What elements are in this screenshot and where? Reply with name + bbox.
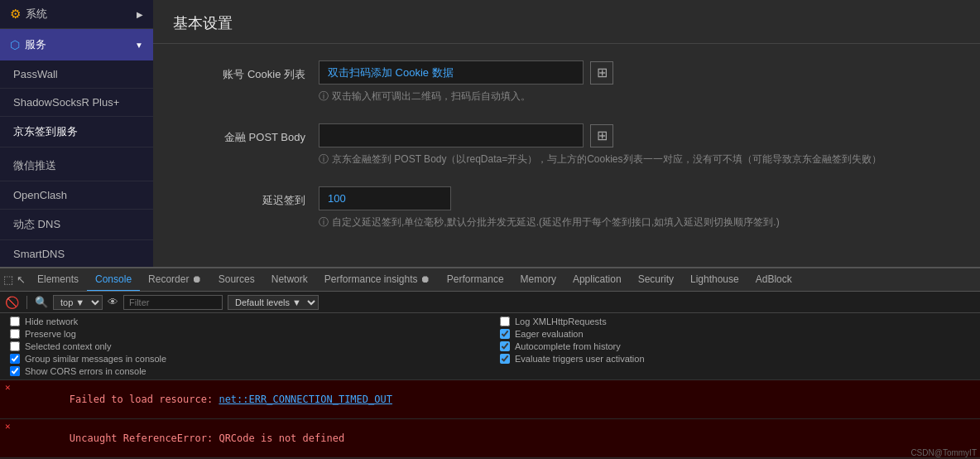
tab-memory[interactable]: Memory xyxy=(512,268,564,292)
group-similar-checkbox[interactable] xyxy=(10,354,20,364)
autocomplete-checkbox[interactable] xyxy=(500,341,510,351)
option-group-similar[interactable]: Group similar messages in console xyxy=(10,354,480,364)
sidebar-service-section[interactable]: ⬡ 服务 ▼ xyxy=(0,29,153,60)
finance-input-group: ⊞ xyxy=(319,123,947,147)
show-cors-checkbox[interactable] xyxy=(10,366,20,376)
cookie-hint: ⓘ 双击输入框可调出二维码，扫码后自动填入。 xyxy=(319,89,947,104)
page-title: 基本设置 xyxy=(153,0,980,44)
chevron-down-icon: ▼ xyxy=(135,41,143,50)
system-label: 系统 xyxy=(26,7,47,22)
sidebar-item-openclash[interactable]: OpenClash xyxy=(0,181,153,210)
form-area: 账号 Cookie 列表 ⊞ ⓘ 双击输入框可调出二维码，扫码后自动填入。 xyxy=(153,44,980,266)
chevron-right-icon: ▶ xyxy=(137,10,143,19)
tab-lighthouse[interactable]: Lighthouse xyxy=(682,268,747,292)
filter-icon[interactable]: 🔍 xyxy=(35,296,48,308)
tab-console[interactable]: Console xyxy=(87,268,140,292)
level-select[interactable]: Default levels ▼ xyxy=(228,295,319,310)
hide-network-checkbox[interactable] xyxy=(10,316,20,326)
eye-icon[interactable]: 👁 xyxy=(108,296,118,308)
devtools-toolbar: 🚫 🔍 top ▼ 👁 Default levels ▼ xyxy=(0,292,980,313)
delay-row: 延迟签到 ⓘ 自定义延迟签到,单位毫秒,默认分批并发无延迟.(延迟作用于每个签到… xyxy=(186,186,947,230)
finance-row: 金融 POST Body ⊞ ⓘ 京东金融签到 POST Body（以reqDa… xyxy=(186,123,947,167)
sidebar-item-smartdns[interactable]: SmartDNS xyxy=(0,240,153,267)
options-left: Hide network Preserve log Selected conte… xyxy=(0,313,490,379)
sidebar: ⚙ 系统 ▶ ⬡ 服务 ▼ PassWall ShadowSocksR Plus… xyxy=(0,0,153,267)
filter-input[interactable] xyxy=(123,295,223,310)
console-text-1: Failed to load resource: net::ERR_CONNEC… xyxy=(22,382,975,417)
console-line-1: ✕ Failed to load resource: net::ERR_CONN… xyxy=(0,380,980,419)
finance-label: 金融 POST Body xyxy=(186,123,319,145)
option-log-xml[interactable]: Log XMLHttpRequests xyxy=(500,316,970,326)
tab-network[interactable]: Network xyxy=(263,268,316,292)
devtools-panel: ⬚ ↖ Elements Console Recorder ⏺ Sources … xyxy=(0,267,980,459)
qr-icon2: ⊞ xyxy=(597,128,608,143)
error-icon-2: ✕ xyxy=(5,421,17,432)
sidebar-system-header[interactable]: ⚙ 系统 ▶ xyxy=(0,0,153,29)
sidebar-item-ddns[interactable]: 动态 DNS xyxy=(0,210,153,240)
sidebar-item-wechat[interactable]: 微信推送 xyxy=(0,151,153,181)
finance-hint-icon: ⓘ xyxy=(319,152,329,167)
sidebar-item-jdsign[interactable]: 京东签到服务 xyxy=(0,117,153,147)
sidebar-item-shadowsocks[interactable]: ShadowSocksR Plus+ xyxy=(0,89,153,117)
clear-console-icon[interactable]: 🚫 xyxy=(5,296,19,309)
cookie-row: 账号 Cookie 列表 ⊞ ⓘ 双击输入框可调出二维码，扫码后自动填入。 xyxy=(186,60,947,104)
hint-info-icon: ⓘ xyxy=(319,89,329,104)
system-title-group: ⚙ 系统 xyxy=(10,7,47,22)
tab-performance[interactable]: Performance xyxy=(439,268,512,292)
dt-icon-pointer[interactable]: ↖ xyxy=(17,273,26,286)
options-right: Log XMLHttpRequests Eager evaluation Aut… xyxy=(490,313,980,379)
delay-control: ⓘ 自定义延迟签到,单位毫秒,默认分批并发无延迟.(延迟作用于每个签到接口,如填… xyxy=(319,186,947,230)
main-content: 基本设置 账号 Cookie 列表 ⊞ ⓘ 双击输入框可调出二维码，扫码后自动填… xyxy=(153,0,980,267)
gear-icon: ⚙ xyxy=(10,7,21,22)
cookie-input[interactable] xyxy=(319,60,584,85)
devtools-tabs: ⬚ ↖ Elements Console Recorder ⏺ Sources … xyxy=(0,268,980,292)
tab-elements[interactable]: Elements xyxy=(29,268,87,292)
delay-label: 延迟签到 xyxy=(186,186,319,208)
delay-hint: ⓘ 自定义延迟签到,单位毫秒,默认分批并发无延迟.(延迟作用于每个签到接口,如填… xyxy=(319,215,947,230)
cookie-qr-button[interactable]: ⊞ xyxy=(590,61,613,85)
option-eval-triggers[interactable]: Evaluate triggers user activation xyxy=(500,354,970,364)
cookie-label: 账号 Cookie 列表 xyxy=(186,60,319,82)
finance-qr-button[interactable]: ⊞ xyxy=(590,124,613,147)
eval-triggers-checkbox[interactable] xyxy=(500,354,510,364)
options-area: Hide network Preserve log Selected conte… xyxy=(0,313,980,380)
finance-hint: ⓘ 京东金融签到 POST Body（以reqData=开头），与上方的Cook… xyxy=(319,152,947,167)
cookie-input-group: ⊞ xyxy=(319,60,947,85)
console-output: ✕ Failed to load resource: net::ERR_CONN… xyxy=(0,380,980,459)
service-icon: ⬡ xyxy=(10,38,20,51)
option-eager-eval[interactable]: Eager evaluation xyxy=(500,329,970,339)
delay-hint-icon: ⓘ xyxy=(319,215,329,230)
preserve-log-checkbox[interactable] xyxy=(10,329,20,339)
tab-sources[interactable]: Sources xyxy=(210,268,263,292)
tab-perf-insights[interactable]: Performance insights ⏺ xyxy=(316,268,439,292)
tab-recorder[interactable]: Recorder ⏺ xyxy=(140,268,210,292)
option-autocomplete[interactable]: Autocomplete from history xyxy=(500,341,970,351)
service-title-group: ⬡ 服务 xyxy=(10,37,46,52)
finance-input[interactable] xyxy=(319,123,584,147)
finance-control: ⊞ ⓘ 京东金融签到 POST Body（以reqData=开头），与上方的Co… xyxy=(319,123,947,167)
option-show-cors[interactable]: Show CORS errors in console xyxy=(10,366,480,376)
console-text-2: Uncaught ReferenceError: QRCode is not d… xyxy=(22,421,975,456)
dt-icon-inspect[interactable]: ⬚ xyxy=(3,273,13,286)
option-hide-network[interactable]: Hide network xyxy=(10,316,480,326)
eager-eval-checkbox[interactable] xyxy=(500,329,510,339)
tab-adblock[interactable]: AdBlock xyxy=(747,268,800,292)
console-line-2: ✕ Uncaught ReferenceError: QRCode is not… xyxy=(0,419,980,458)
log-level-select[interactable]: top ▼ xyxy=(53,295,103,310)
qr-icon: ⊞ xyxy=(597,65,608,80)
sidebar-item-passwall[interactable]: PassWall xyxy=(0,60,153,89)
delay-input[interactable] xyxy=(319,186,451,210)
option-preserve-log[interactable]: Preserve log xyxy=(10,329,480,339)
watermark: CSDN@TommyIT xyxy=(910,448,977,457)
tab-security[interactable]: Security xyxy=(630,268,682,292)
cookie-control: ⊞ ⓘ 双击输入框可调出二维码，扫码后自动填入。 xyxy=(319,60,947,104)
log-xml-checkbox[interactable] xyxy=(500,316,510,326)
service-label: 服务 xyxy=(25,37,46,52)
selected-context-checkbox[interactable] xyxy=(10,341,20,351)
option-selected-context[interactable]: Selected context only xyxy=(10,341,480,351)
error-link-1[interactable]: net::ERR_CONNECTION_TIMED_OUT xyxy=(219,394,392,405)
error-icon-1: ✕ xyxy=(5,382,17,393)
tab-application[interactable]: Application xyxy=(564,268,630,292)
